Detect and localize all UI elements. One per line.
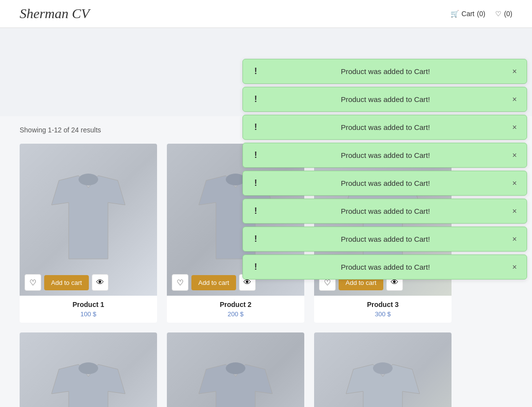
toast-close-button[interactable]: ×	[510, 151, 519, 160]
svg-point-9	[226, 362, 245, 374]
product-card: ♡ Add to cart 👁 Product 1 100 $	[20, 144, 157, 323]
svg-point-1	[79, 174, 98, 185]
toast-message: Product was added to Cart!	[267, 179, 504, 187]
toast-message: Product was added to Cart!	[267, 263, 504, 271]
product-card: ♡ Add to cart 👁 Product 5 500 $	[167, 332, 304, 407]
toast-close-button[interactable]: ×	[510, 207, 519, 216]
toast-icon: !	[251, 178, 261, 188]
product-name: Product 3	[320, 301, 446, 308]
toast-icon: !	[251, 150, 261, 160]
product-info: Product 3 300 $	[314, 296, 452, 323]
product-card: ♡ Add to cart 👁 Product 4 400 $	[20, 332, 157, 407]
toast-message: Product was added to Cart!	[267, 151, 504, 159]
toast-icon: !	[251, 94, 261, 104]
heart-icon: ♡	[177, 278, 184, 287]
add-to-cart-button[interactable]: Add to cart	[191, 275, 236, 290]
product-price: 200 $	[173, 310, 298, 318]
toast-message: Product was added to Cart!	[267, 235, 504, 243]
toast-close-button[interactable]: ×	[510, 95, 519, 104]
toast-close-button[interactable]: ×	[510, 123, 519, 132]
toast-close-button[interactable]: ×	[510, 235, 519, 244]
logo: Sherman CV	[20, 6, 89, 22]
toast-message: Product was added to Cart!	[267, 67, 504, 76]
toast-message: Product was added to Cart!	[267, 207, 504, 215]
toast-icon: !	[251, 122, 261, 132]
toast-icon: !	[251, 206, 261, 216]
toast-notification: ! Product was added to Cart! ×	[242, 171, 527, 196]
toast-notification: ! Product was added to Cart! ×	[242, 227, 527, 252]
cart-count: (0)	[477, 10, 485, 18]
product-actions: ♡ Add to cart 👁	[25, 274, 108, 291]
toast-icon: !	[251, 262, 261, 272]
toast-notification: ! Product was added to Cart! ×	[242, 254, 527, 280]
svg-marker-0	[52, 176, 125, 259]
heart-icon: ♡	[29, 278, 36, 287]
cart-link[interactable]: 🛒 Cart (0)	[451, 10, 485, 18]
toast-notification: ! Product was added to Cart! ×	[242, 115, 527, 140]
product-name: Product 2	[173, 301, 298, 308]
svg-point-7	[79, 362, 98, 374]
cart-label: Cart	[461, 10, 474, 18]
wishlist-link[interactable]: ♡ (0)	[495, 10, 512, 18]
toast-close-button[interactable]: ×	[510, 263, 519, 272]
toast-notification: ! Product was added to Cart! ×	[242, 143, 527, 168]
wishlist-count: (0)	[504, 10, 512, 18]
product-image: ♡ Add to cart 👁	[20, 144, 157, 296]
toast-message: Product was added to Cart!	[267, 95, 504, 103]
toast-icon: !	[251, 66, 261, 76]
toast-notification: ! Product was added to Cart! ×	[242, 59, 527, 84]
product-image: ♡ Add to cart 👁	[314, 332, 452, 407]
product-info: Product 2 200 $	[167, 296, 304, 323]
toast-icon: !	[251, 234, 261, 244]
toast-notification: ! Product was added to Cart! ×	[242, 199, 527, 224]
product-image: ♡ Add to cart 👁	[20, 332, 157, 407]
cart-icon: 🛒	[451, 10, 459, 18]
product-price: 300 $	[320, 310, 446, 318]
product-image: ♡ Add to cart 👁	[167, 332, 304, 407]
header-right: 🛒 Cart (0) ♡ (0)	[451, 10, 512, 18]
product-card: ♡ Add to cart 👁 Product 6 600 $	[314, 332, 452, 407]
wishlist-button[interactable]: ♡	[25, 274, 41, 291]
product-price: 100 $	[26, 310, 151, 318]
product-info: Product 1 100 $	[20, 296, 157, 323]
toast-container: ! Product was added to Cart! × ! Product…	[242, 59, 527, 280]
add-to-cart-button[interactable]: Add to cart	[44, 275, 89, 290]
toast-notification: ! Product was added to Cart! ×	[242, 87, 527, 112]
toast-close-button[interactable]: ×	[510, 179, 519, 188]
svg-point-11	[373, 362, 393, 374]
heart-icon: ♡	[495, 10, 502, 18]
eye-icon: 👁	[96, 278, 104, 287]
toast-close-button[interactable]: ×	[510, 67, 519, 76]
toast-message: Product was added to Cart!	[267, 123, 504, 131]
view-button[interactable]: 👁	[92, 274, 108, 291]
wishlist-button[interactable]: ♡	[172, 274, 188, 291]
product-name: Product 1	[26, 301, 151, 308]
header: Sherman CV 🛒 Cart (0) ♡ (0)	[0, 0, 532, 28]
